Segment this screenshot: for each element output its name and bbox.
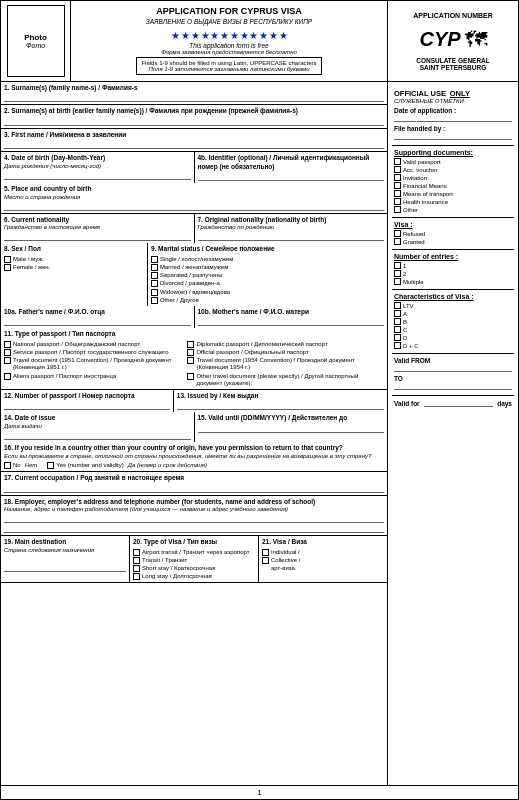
cb-char-b[interactable] (394, 318, 401, 325)
field-18: 18. Employer, employer's address and tel… (1, 496, 387, 537)
eu-form-text-ru: Форма заявления предоставляется бесплатн… (161, 49, 297, 55)
cb-collective[interactable] (262, 557, 269, 564)
field-4-input[interactable] (4, 172, 191, 180)
cb-entry1[interactable] (394, 262, 401, 269)
date-line[interactable] (394, 114, 512, 122)
f11-diplomatic: Diplomatic passport / Дипломатический па… (187, 341, 369, 348)
f11-aliens: Aliens passport / Паспорт иностранца (4, 373, 186, 387)
field-11-label: 11. Type of passport / Тип паспорта (4, 330, 384, 338)
cb-voucher[interactable] (394, 166, 401, 173)
cb-no[interactable] (4, 462, 11, 469)
char-ltv: LTV (394, 302, 512, 309)
valid-for-label: Valid for (394, 400, 420, 407)
char-c: C (394, 326, 512, 333)
cb-health[interactable] (394, 198, 401, 205)
cb-short[interactable] (133, 565, 140, 572)
cb-female[interactable] (4, 264, 11, 271)
days-label: days (497, 400, 512, 407)
field-18-input[interactable] (4, 515, 384, 523)
field-4-row: 4. Date of birth (Day-Month-Year) Дата р… (1, 152, 387, 183)
cb-married[interactable] (151, 264, 158, 271)
cb-char-dc[interactable] (394, 342, 401, 349)
doc-financial: Financial Means (394, 182, 512, 189)
field-7-input[interactable] (198, 233, 385, 241)
cb-granted[interactable] (394, 238, 401, 245)
field-12-input[interactable] (4, 402, 170, 410)
cb-travel1954[interactable] (187, 357, 194, 364)
field-9-checkboxes: Single / холост/незамужем Married / жена… (151, 256, 384, 304)
field-6-input[interactable] (4, 233, 191, 241)
entry-2: 2 (394, 270, 512, 277)
cb-aliens[interactable] (4, 373, 11, 380)
cb-multiple[interactable] (394, 278, 401, 285)
cb-long[interactable] (133, 573, 140, 580)
field-15: 15. Valid until (DD/MM/YYYY) / Действите… (195, 412, 388, 442)
field-3-input[interactable] (4, 141, 384, 149)
valid-from-line[interactable] (394, 364, 512, 372)
cb-airport[interactable] (133, 549, 140, 556)
cb-widow[interactable] (151, 289, 158, 296)
cb-transit[interactable] (133, 557, 140, 564)
field-10a-input[interactable] (4, 318, 191, 326)
cb-male[interactable] (4, 256, 11, 263)
cb-single[interactable] (151, 256, 158, 263)
passport-type-checkboxes: National passport / Общегражданский пасп… (4, 341, 384, 387)
field-18-input2[interactable] (4, 525, 384, 533)
cb-divorced[interactable] (151, 280, 158, 287)
valid-from-section: Valid FROM TO (392, 354, 514, 396)
field-17-input[interactable] (4, 485, 384, 493)
field-4b-input[interactable] (198, 173, 385, 181)
field-10a: 10a. Father's name / Ф.И.О. отца (1, 306, 195, 328)
field-3-label: 3. First name / Имя/имена в заявлении (4, 131, 384, 139)
cb-yes[interactable] (47, 462, 54, 469)
f9-other: Other / Другое (151, 297, 384, 304)
cb-char-a[interactable] (394, 310, 401, 317)
cb-char-c[interactable] (394, 326, 401, 333)
field-19-input[interactable] (4, 564, 126, 572)
field-14-input[interactable] (4, 432, 191, 440)
field-15-input[interactable] (198, 425, 385, 433)
f11-service: Service passport / Паспорт государственн… (4, 349, 186, 356)
field-4b-label: 4b. Identifier (optional) / Личный идент… (198, 154, 385, 171)
cb-other-pp[interactable] (187, 373, 194, 380)
cyp-logo: CYP 🗺 (419, 27, 486, 53)
official-use-en: OFFICIAL USE (394, 89, 446, 98)
cb-national[interactable] (4, 341, 11, 348)
field-6: 6. Current nationality Гражданство в нас… (1, 214, 195, 244)
field-10b-input[interactable] (198, 318, 385, 326)
cb-service[interactable] (4, 349, 11, 356)
field-2-input[interactable] (4, 118, 384, 126)
field-19-ru: Страна следования назначения (4, 547, 126, 554)
valid-days-line[interactable] (424, 399, 494, 407)
field-1-input[interactable] (4, 94, 384, 102)
cb-passport-doc[interactable] (394, 158, 401, 165)
field-5-ru: Место и страна рождения (4, 194, 384, 201)
cb-travel1951[interactable] (4, 357, 11, 364)
field-13-input[interactable] (177, 402, 384, 410)
consulate-line2: SAINT PETERSBURG (420, 64, 486, 71)
cb-official-pp[interactable] (187, 349, 194, 356)
cb-separated[interactable] (151, 272, 158, 279)
file-line[interactable] (394, 132, 512, 140)
cb-other-doc[interactable] (394, 206, 401, 213)
field-5-input[interactable] (4, 203, 384, 211)
cb-invitation[interactable] (394, 174, 401, 181)
page-number: 1 (1, 785, 518, 799)
field-7-ru: Гражданство по рождению (198, 224, 385, 231)
cb-char-d[interactable] (394, 334, 401, 341)
label-male: Male / муж. (13, 256, 44, 263)
field-8: 8. Sex / Пол Male / муж. Female / жен. (1, 243, 148, 306)
valid-to-line[interactable] (394, 382, 512, 390)
field-6-label: 6. Current nationality (4, 216, 191, 224)
cb-individual[interactable] (262, 549, 269, 556)
cb-transport[interactable] (394, 190, 401, 197)
cb-refused[interactable] (394, 230, 401, 237)
cb-entry2[interactable] (394, 270, 401, 277)
entries-title: Number of entries : (394, 253, 512, 260)
cb-diplomatic[interactable] (187, 341, 194, 348)
cb-financial[interactable] (394, 182, 401, 189)
cb-marital-other[interactable] (151, 297, 158, 304)
char-section: Characteristics of Visa : LTV A B C D D … (392, 290, 514, 354)
f20-long: Long stay / Долгосрочная (133, 573, 255, 580)
cb-ltv[interactable] (394, 302, 401, 309)
